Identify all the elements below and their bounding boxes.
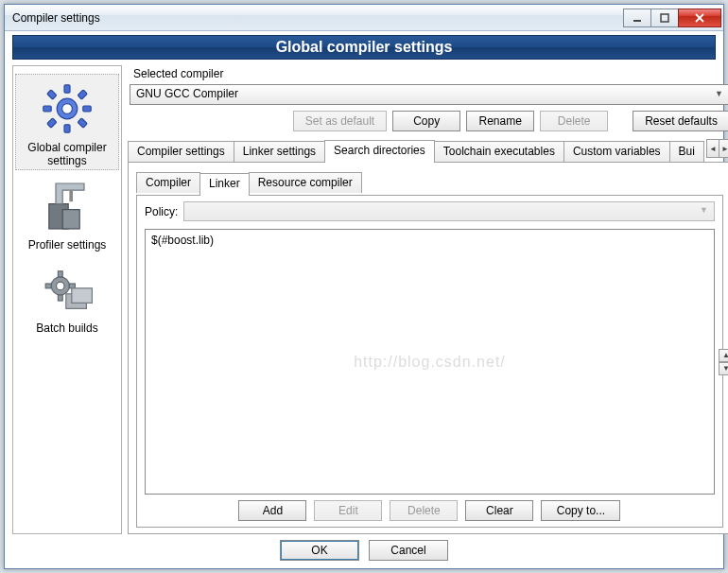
compiler-select[interactable]: GNU GCC Compiler: [130, 84, 728, 105]
svg-point-5: [62, 104, 73, 114]
policy-label: Policy:: [145, 205, 178, 218]
svg-rect-6: [64, 85, 70, 93]
list-item[interactable]: $(#boost.lib): [151, 234, 708, 247]
subtab-linker[interactable]: Linker: [199, 173, 250, 196]
sidebar-item-label: Batch builds: [15, 321, 119, 335]
reset-defaults-button[interactable]: Reset defaults: [633, 111, 728, 131]
close-button[interactable]: [678, 9, 721, 27]
svg-rect-19: [58, 271, 62, 277]
batch-icon: [37, 259, 97, 320]
svg-rect-9: [83, 106, 91, 112]
tab-build-options-truncated[interactable]: Bui: [669, 141, 704, 162]
selected-compiler-label: Selected compiler: [133, 67, 728, 80]
svg-rect-1: [661, 14, 668, 22]
svg-rect-21: [45, 284, 51, 288]
titlebar[interactable]: Compiler settings: [5, 5, 723, 31]
sidebar-item-global-compiler[interactable]: Global compiler settings: [15, 74, 119, 170]
tab-toolchain-executables[interactable]: Toolchain executables: [434, 141, 564, 162]
dialog-content: Global compiler settings: [5, 31, 723, 568]
svg-rect-12: [47, 118, 57, 128]
svg-rect-8: [43, 106, 51, 112]
sub-tabstrip: Compiler Linker Resource compiler: [136, 172, 723, 196]
window-controls: [624, 9, 721, 27]
tab-compiler-settings[interactable]: Compiler settings: [128, 141, 234, 162]
edit-button: Edit: [314, 500, 382, 521]
dialog-window: Compiler settings Global compiler settin…: [4, 4, 724, 569]
subtab-compiler[interactable]: Compiler: [136, 172, 200, 193]
category-sidebar: Global compiler settings Profiler settin…: [12, 65, 122, 534]
profiler-icon: [37, 176, 97, 236]
move-down-button[interactable]: ▼: [719, 362, 728, 375]
svg-rect-22: [69, 284, 75, 288]
copy-to-button[interactable]: Copy to...: [541, 500, 620, 521]
minimize-button[interactable]: [623, 9, 651, 27]
watermark-text: http://blog.csdn.net/: [354, 354, 506, 371]
dialog-button-row: OK Cancel: [12, 534, 716, 563]
svg-point-18: [57, 282, 64, 289]
maximize-button[interactable]: [650, 9, 679, 27]
gear-icon: [37, 78, 97, 139]
tab-scroll-right[interactable]: ►: [719, 139, 728, 158]
compiler-button-row: Set as default Copy Rename Delete Reset …: [128, 111, 728, 131]
tabpage-search-directories: Compiler Linker Resource compiler Policy…: [128, 163, 728, 534]
tab-search-directories[interactable]: Search directories: [324, 140, 435, 163]
page-heading: Global compiler settings: [12, 35, 716, 60]
settings-panel: Selected compiler GNU GCC Compiler Set a…: [128, 65, 728, 534]
svg-rect-20: [58, 295, 62, 301]
svg-rect-13: [78, 118, 87, 128]
delete-compiler-button: Delete: [540, 111, 608, 131]
svg-rect-11: [78, 90, 87, 99]
sidebar-item-profiler[interactable]: Profiler settings: [15, 172, 119, 253]
move-up-button[interactable]: ▲: [719, 349, 728, 362]
tab-scroll-left[interactable]: ◄: [706, 139, 719, 158]
tab-custom-variables[interactable]: Custom variables: [563, 141, 670, 162]
linker-dirs-frame: Policy: $(#boost.lib) http://blog.csdn.n…: [136, 196, 723, 528]
directory-buttons: Add Edit Delete Clear Copy to...: [145, 500, 715, 521]
tab-linker-settings[interactable]: Linker settings: [234, 141, 325, 162]
svg-rect-15: [62, 210, 79, 229]
delete-dir-button: Delete: [390, 500, 458, 521]
subtab-resource-compiler[interactable]: Resource compiler: [249, 172, 362, 193]
svg-rect-24: [72, 288, 93, 304]
sidebar-item-label: Profiler settings: [15, 238, 119, 252]
svg-rect-10: [47, 90, 57, 99]
rename-compiler-button[interactable]: Rename: [466, 111, 534, 131]
main-tabstrip: Compiler settings Linker settings Search…: [128, 139, 728, 163]
sidebar-item-label: Global compiler settings: [16, 141, 118, 167]
cancel-button[interactable]: Cancel: [369, 540, 448, 561]
directory-list[interactable]: $(#boost.lib) http://blog.csdn.net/: [145, 229, 715, 495]
add-button[interactable]: Add: [238, 500, 306, 521]
window-title: Compiler settings: [12, 11, 624, 25]
sidebar-item-batch-builds[interactable]: Batch builds: [15, 255, 119, 337]
ok-button[interactable]: OK: [280, 540, 359, 561]
copy-compiler-button[interactable]: Copy: [392, 111, 460, 131]
svg-rect-16: [69, 190, 73, 201]
compiler-select-value: GNU GCC Compiler: [136, 87, 238, 100]
set-default-button: Set as default: [293, 111, 387, 131]
policy-select[interactable]: [183, 201, 715, 221]
svg-rect-7: [64, 125, 70, 132]
clear-button[interactable]: Clear: [465, 500, 533, 521]
